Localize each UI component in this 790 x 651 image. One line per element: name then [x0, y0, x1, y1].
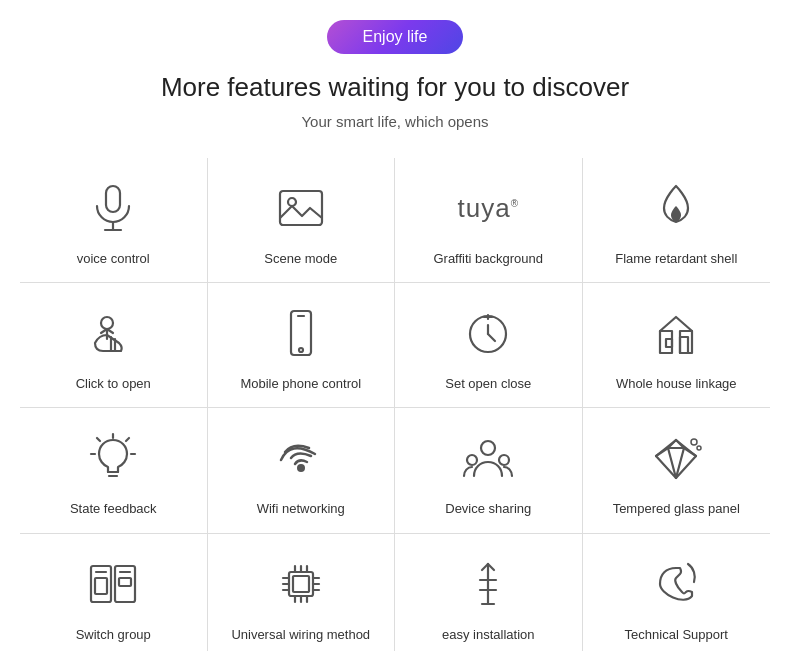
bulb-icon	[81, 426, 145, 490]
tuya-icon: tuya®	[456, 176, 520, 240]
feature-label-scene-mode: Scene mode	[264, 250, 337, 268]
svg-rect-39	[119, 578, 131, 586]
svg-point-25	[297, 464, 305, 472]
svg-point-10	[299, 348, 303, 352]
feature-cell-graffiti-background: tuya®Graffiti background	[395, 158, 583, 282]
svg-rect-16	[666, 339, 672, 347]
clock-icon	[456, 301, 520, 365]
feature-label-voice-control: voice control	[77, 250, 150, 268]
feature-label-state-feedback: State feedback	[70, 500, 157, 518]
chip-icon	[269, 552, 333, 616]
feature-cell-voice-control: voice control	[20, 158, 208, 282]
feature-cell-state-feedback: State feedback	[20, 407, 208, 532]
enjoy-life-button[interactable]: Enjoy life	[327, 20, 464, 54]
feature-label-graffiti-background: Graffiti background	[433, 250, 543, 268]
feature-cell-wifi-networking: Wifi networking	[208, 407, 396, 532]
support-icon	[644, 552, 708, 616]
svg-rect-38	[95, 578, 107, 594]
feature-label-whole-house-linkage: Whole house linkage	[616, 375, 737, 393]
svg-point-32	[691, 439, 697, 445]
wifi-icon	[269, 426, 333, 490]
svg-point-27	[467, 455, 477, 465]
feature-cell-device-sharing: Device sharing	[395, 407, 583, 532]
svg-point-26	[481, 441, 495, 455]
feature-cell-mobile-phone-control: Mobile phone control	[208, 282, 396, 407]
diamond-icon	[644, 426, 708, 490]
feature-label-technical-support: Technical Support	[625, 626, 728, 644]
svg-point-28	[499, 455, 509, 465]
svg-point-5	[101, 317, 113, 329]
feature-cell-set-open-close: Set open close	[395, 282, 583, 407]
svg-rect-17	[680, 337, 688, 353]
mic-icon	[81, 176, 145, 240]
feature-label-switch-group: Switch group	[76, 626, 151, 644]
flame-icon	[644, 176, 708, 240]
svg-rect-3	[280, 191, 322, 225]
feature-label-easy-installation: easy installation	[442, 626, 535, 644]
svg-point-4	[288, 198, 296, 206]
feature-label-set-open-close: Set open close	[445, 375, 531, 393]
feature-label-universal-wiring: Universal wiring method	[231, 626, 370, 644]
feature-cell-universal-wiring: Universal wiring method	[208, 533, 396, 651]
phone-icon	[269, 301, 333, 365]
switch-icon	[81, 552, 145, 616]
svg-line-21	[97, 438, 100, 441]
svg-rect-0	[106, 186, 120, 212]
feature-cell-scene-mode: Scene mode	[208, 158, 396, 282]
feature-cell-whole-house-linkage: Whole house linkage	[583, 282, 771, 407]
svg-point-33	[697, 446, 701, 450]
sharing-icon	[456, 426, 520, 490]
feature-label-device-sharing: Device sharing	[445, 500, 531, 518]
tools-icon	[456, 552, 520, 616]
feature-cell-technical-support: Technical Support	[583, 533, 771, 651]
svg-rect-15	[680, 331, 692, 353]
feature-label-click-to-open: Click to open	[76, 375, 151, 393]
feature-cell-click-to-open: Click to open	[20, 282, 208, 407]
svg-rect-53	[293, 576, 309, 592]
touch-icon	[81, 301, 145, 365]
features-grid: voice control Scene modetuya®Graffiti ba…	[20, 158, 770, 651]
feature-label-flame-retardant-shell: Flame retardant shell	[615, 250, 737, 268]
feature-cell-switch-group: Switch group	[20, 533, 208, 651]
feature-label-wifi-networking: Wifi networking	[257, 500, 345, 518]
feature-cell-tempered-glass-panel: Tempered glass panel	[583, 407, 771, 532]
image-icon	[269, 176, 333, 240]
feature-label-tempered-glass-panel: Tempered glass panel	[613, 500, 740, 518]
svg-line-22	[126, 438, 129, 441]
subtitle: Your smart life, which opens	[301, 113, 488, 130]
house-icon	[644, 301, 708, 365]
feature-cell-easy-installation: easy installation	[395, 533, 583, 651]
feature-label-mobile-phone-control: Mobile phone control	[240, 375, 361, 393]
main-title: More features waiting for you to discove…	[161, 72, 629, 103]
feature-cell-flame-retardant-shell: Flame retardant shell	[583, 158, 771, 282]
svg-line-13	[488, 334, 495, 341]
